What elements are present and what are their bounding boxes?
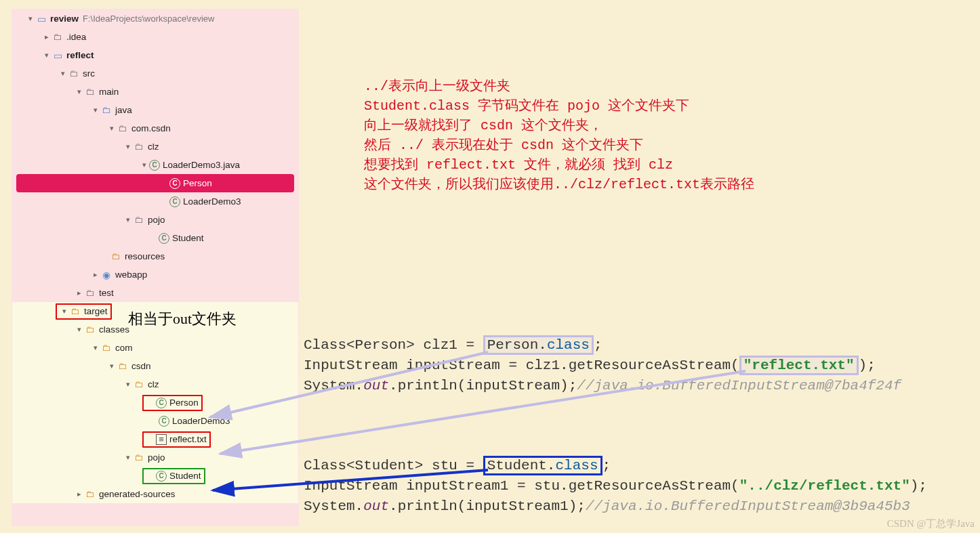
tree-label: resources [125, 251, 165, 261]
tree-row-csdn[interactable]: ▾ 🗀 csdn [12, 357, 298, 375]
code-text: InputStream inputStream1 = stu.getResour… [304, 478, 739, 494]
code-line: Class<Person> clz1 = Person.class; [304, 335, 901, 356]
tree-row-loaderdemo3java[interactable]: ▾ C LoaderDemo3.java [12, 156, 298, 174]
class-icon: C [156, 398, 167, 408]
tree-label: csdn [131, 361, 151, 371]
tree-row-test[interactable]: ▸ 🗀 test [12, 284, 298, 302]
highlight-person-class: Person.class [483, 335, 594, 355]
path-hint: F:\IdeaProjects\workspace\review [83, 14, 214, 24]
tree-row-person-selected[interactable]: C Person [16, 174, 294, 192]
code-text: .println(inputStream); [389, 378, 577, 393]
tree-section-src: ▾ ▭ review F:\IdeaProjects\workspace\rev… [12, 9, 298, 302]
comment: //java.io.BufferedInputStream@3b9a45b3 [586, 498, 910, 514]
tree-row-loaderdemo3b[interactable]: C LoaderDemo3 [12, 412, 298, 430]
tree-row-idea[interactable]: ▸ 🗀 .idea [12, 28, 298, 46]
tree-label: .idea [66, 32, 86, 42]
class-icon: C [169, 178, 180, 189]
tree-label: Person [169, 398, 199, 408]
code-text: ; [594, 337, 603, 353]
tree-row-gensrc[interactable]: ▸ 🗀 generated-sources [12, 485, 298, 503]
package-icon: 🗀 [133, 141, 145, 153]
highlight-box-target: ▾ 🗀 target [56, 303, 112, 320]
chevron-down-icon: ▾ [91, 106, 100, 114]
tree-label: Person [183, 178, 212, 188]
chevron-down-icon: ▾ [42, 51, 52, 60]
tree-label: review [50, 14, 79, 24]
tree-row-java[interactable]: ▾ 🗀 java [12, 101, 298, 119]
chevron-down-icon: ▾ [107, 124, 117, 133]
tree-label: com.csdn [131, 123, 171, 133]
code-text: Person. [487, 337, 547, 353]
web-icon: ◉ [100, 269, 113, 281]
tree-label: pojo [148, 215, 165, 225]
tree-row-reflecttxt[interactable]: ≡ reflect.txt [12, 430, 298, 448]
tree-label: webapp [115, 270, 147, 280]
field-ref: out [363, 498, 389, 514]
tree-row-main[interactable]: ▾ 🗀 main [12, 83, 298, 101]
note-line: 想要找到 reflect.txt 文件，就必须 找到 clz [364, 155, 754, 175]
code-line: InputStream inputStream1 = stu.getResour… [304, 476, 927, 496]
tree-row-resources[interactable]: 🗀 resources [12, 247, 298, 265]
chevron-down-icon: ▾ [60, 307, 69, 316]
folder-icon: 🗀 [52, 31, 64, 43]
note-line: 这个文件夹，所以我们应该使用../clz/reflect.txt表示路径 [364, 175, 754, 194]
tree-label: generated-sources [99, 489, 176, 499]
project-tree: ▾ ▭ review F:\IdeaProjects\workspace\rev… [12, 9, 299, 526]
tree-label: target [84, 306, 108, 316]
tree-label: pojo [148, 452, 165, 463]
highlight-box-student: C Student [142, 468, 205, 484]
tree-row-person2[interactable]: C Person [12, 393, 298, 412]
folder-icon: 🗀 [117, 360, 129, 372]
code-text: InputStream inputStream = clz1.getResour… [304, 358, 739, 373]
resources-icon: 🗀 [110, 251, 122, 263]
highlight-box-reflecttxt: ≡ reflect.txt [142, 431, 211, 448]
class-icon: C [156, 471, 167, 482]
chevron-down-icon: ▾ [123, 215, 133, 224]
chevron-down-icon: ▾ [123, 380, 133, 389]
folder-icon: 🗀 [68, 68, 80, 80]
comment: //java.io.BufferedInputStream@7ba4f24f [577, 378, 901, 393]
tree-label: Student [172, 233, 204, 243]
tree-label: LoaderDemo3 [183, 196, 241, 207]
tree-row-pojo2[interactable]: ▾ 🗀 pojo [12, 448, 298, 467]
keyword: class [555, 458, 598, 473]
tree-row-student2[interactable]: C Student [12, 467, 298, 485]
tree-row-clz2[interactable]: ▾ 🗀 clz [12, 375, 298, 393]
tree-row-reflect[interactable]: ▾ ▭ reflect [12, 46, 298, 64]
tree-row-review[interactable]: ▾ ▭ review F:\IdeaProjects\workspace\rev… [12, 9, 298, 28]
code-text: Student. [487, 458, 556, 473]
source-folder-icon: 🗀 [100, 104, 113, 116]
code-line: System.out.println(inputStream1);//java.… [304, 496, 927, 517]
string-literal: "../clz/reflect.txt" [739, 478, 910, 494]
tree-row-student[interactable]: C Student [12, 229, 298, 247]
note-line: 向上一级就找到了 csdn 这个文件夹， [364, 116, 754, 135]
tree-row-clz[interactable]: ▾ 🗀 clz [12, 137, 298, 156]
chevron-right-icon: ▸ [91, 270, 100, 279]
tree-row-src[interactable]: ▾ 🗀 src [12, 64, 298, 83]
explanation-note: ../表示向上一级文件夹 Student.class 字节码文件在 pojo 这… [364, 77, 754, 194]
code-text: Class<Person> clz1 = [304, 337, 483, 353]
target-annotation: 相当于out文件夹 [128, 309, 237, 329]
code-text: System. [304, 378, 363, 393]
tree-label: main [99, 87, 119, 97]
tree-row-comcsdn[interactable]: ▾ 🗀 com.csdn [12, 119, 298, 137]
chevron-down-icon: ▾ [107, 362, 117, 370]
tree-label: Student [169, 471, 201, 481]
tree-row-pojo[interactable]: ▾ 🗀 pojo [12, 211, 298, 229]
tree-row-com[interactable]: ▾ 🗀 com [12, 339, 298, 357]
class-icon: C [159, 416, 169, 427]
tree-label: LoaderDemo3 [172, 416, 230, 426]
tree-row-loaderdemo3[interactable]: C LoaderDemo3 [12, 192, 298, 211]
code-line: System.out.println(inputStream);//java.i… [304, 376, 901, 396]
keyword: class [547, 337, 590, 353]
highlight-reflect-txt: "reflect.txt" [739, 356, 859, 375]
highlight-student-class: Student.class [483, 456, 603, 475]
package-icon: 🗀 [117, 123, 129, 135]
class-icon: C [149, 160, 160, 171]
class-icon: C [169, 196, 180, 207]
tree-label: clz [148, 142, 159, 152]
tree-row-webapp[interactable]: ▸ ◉ webapp [12, 265, 298, 284]
tree-label: LoaderDemo3.java [163, 160, 240, 170]
tree-label: clz [148, 379, 159, 389]
code-text: ); [910, 478, 927, 494]
